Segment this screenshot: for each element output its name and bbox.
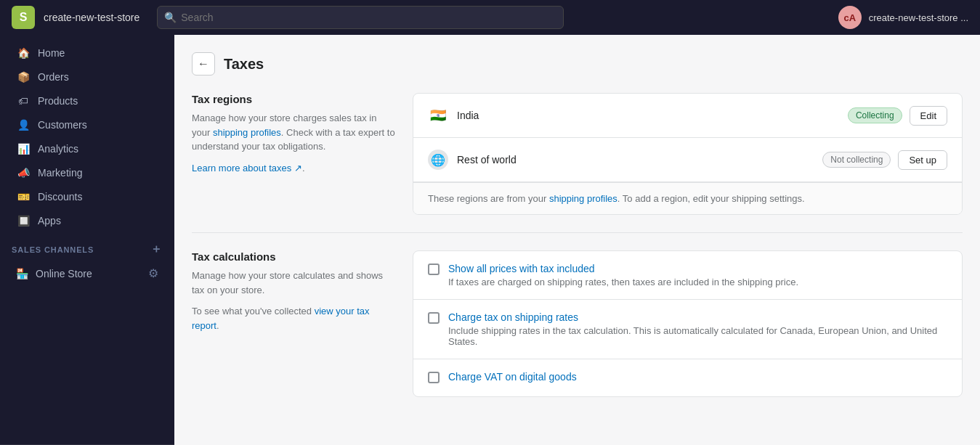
add-sales-channel-icon[interactable]: ＋ — [150, 242, 163, 257]
show-prices-label: Show all prices with tax included — [448, 263, 798, 274]
tax-regions-desc: Manage how your store charges sales tax … — [192, 111, 395, 154]
rest-of-world-status-badge: Not collecting — [822, 152, 891, 168]
search-input[interactable] — [157, 6, 564, 29]
sidebar-item-apps[interactable]: 🔲 Apps — [4, 209, 170, 232]
india-name: India — [457, 110, 848, 121]
rest-of-world-setup-button[interactable]: Set up — [898, 150, 947, 170]
tax-region-row-india: 🇮🇳 India Collecting Edit — [413, 94, 962, 138]
tax-calculations-right: Show all prices with tax included If tax… — [413, 250, 963, 397]
sidebar-item-marketing[interactable]: 📣 Marketing — [4, 161, 170, 184]
charge-shipping-checkbox[interactable] — [428, 312, 440, 324]
topbar: S create-new-test-store 🔍 cA create-new-… — [0, 0, 980, 35]
sidebar: 🏠 Home 📦 Orders 🏷 Products 👤 Customers 📊… — [0, 35, 174, 445]
sidebar-item-analytics[interactable]: 📊 Analytics — [4, 137, 170, 160]
account-name: create-new-test-store ... — [869, 12, 968, 23]
tax-calculations-card: Show all prices with tax included If tax… — [413, 250, 963, 397]
customers-icon: 👤 — [16, 119, 31, 131]
search-icon: 🔍 — [164, 12, 177, 23]
products-icon: 🏷 — [16, 95, 31, 107]
apps-icon: 🔲 — [16, 215, 31, 226]
analytics-icon: 📊 — [16, 143, 31, 155]
orders-icon: 📦 — [16, 71, 31, 83]
shipping-profiles-link[interactable]: shipping profiles — [213, 127, 281, 138]
shipping-profiles-notice-link[interactable]: shipping profiles — [549, 193, 617, 204]
main-content: ← Taxes Tax regions Manage how your stor… — [174, 35, 980, 445]
section-divider — [192, 232, 963, 233]
charge-vat-checkbox[interactable] — [428, 372, 440, 383]
tax-regions-left: Tax regions Manage how your store charge… — [192, 93, 395, 215]
rest-of-world-icon: 🌐 — [428, 150, 448, 170]
tax-calculations-left: Tax calculations Manage how your store c… — [192, 250, 395, 397]
discounts-icon: 🎫 — [16, 191, 31, 203]
search-bar[interactable]: 🔍 — [157, 6, 564, 29]
online-store-settings-icon[interactable]: ⚙ — [148, 266, 158, 280]
tax-calc-option-charge-shipping: Charge tax on shipping rates Include shi… — [413, 300, 962, 359]
show-prices-checkbox[interactable] — [428, 264, 440, 275]
india-status-badge: Collecting — [848, 107, 902, 123]
charge-shipping-desc: Include shipping rates in the tax calcul… — [448, 325, 947, 347]
tax-calculations-desc: Manage how your store calculates and sho… — [192, 269, 395, 297]
learn-more-taxes-link[interactable]: Learn more about taxes ↗ — [192, 163, 302, 173]
charge-shipping-label: Charge tax on shipping rates — [448, 311, 947, 323]
layout: 🏠 Home 📦 Orders 🏷 Products 👤 Customers 📊… — [0, 35, 980, 445]
page-header: ← Taxes — [192, 52, 963, 75]
sidebar-item-discounts[interactable]: 🎫 Discounts — [4, 185, 170, 208]
tax-regions-notice: These regions are from your shipping pro… — [413, 182, 962, 214]
sidebar-item-online-store[interactable]: 🏪 Online Store ⚙ — [4, 261, 170, 286]
online-store-actions: ⚙ — [148, 266, 158, 280]
tax-regions-heading: Tax regions — [192, 93, 395, 105]
shopify-logo: S — [12, 6, 35, 29]
tax-region-row-rest-of-world: 🌐 Rest of world Not collecting Set up — [413, 138, 962, 182]
sidebar-item-products[interactable]: 🏷 Products — [4, 89, 170, 113]
page-title: Taxes — [224, 56, 264, 73]
back-button[interactable]: ← — [192, 52, 215, 75]
india-flag: 🇮🇳 — [428, 105, 448, 126]
store-name: create-new-test-store — [44, 12, 139, 23]
tax-calc-option-show-prices: Show all prices with tax included If tax… — [413, 251, 962, 300]
tax-calculations-desc2: To see what you've collected view your t… — [192, 304, 395, 332]
sidebar-item-orders[interactable]: 📦 Orders — [4, 65, 170, 89]
avatar[interactable]: cA — [838, 6, 862, 29]
tax-regions-card: 🇮🇳 India Collecting Edit 🌐 Rest of world… — [413, 93, 963, 215]
topbar-right: cA create-new-test-store ... — [838, 6, 968, 29]
home-icon: 🏠 — [16, 47, 31, 59]
rest-of-world-name: Rest of world — [457, 154, 822, 166]
tax-calculations-section: Tax calculations Manage how your store c… — [192, 250, 963, 397]
tax-regions-section: Tax regions Manage how your store charge… — [192, 93, 963, 215]
tax-calculations-heading: Tax calculations — [192, 250, 395, 263]
tax-regions-right: 🇮🇳 India Collecting Edit 🌐 Rest of world… — [413, 93, 963, 215]
charge-vat-label: Charge VAT on digital goods — [448, 371, 577, 383]
sidebar-item-home[interactable]: 🏠 Home — [4, 41, 170, 65]
india-edit-button[interactable]: Edit — [910, 106, 947, 126]
marketing-icon: 📣 — [16, 167, 31, 179]
sidebar-item-customers[interactable]: 👤 Customers — [4, 113, 170, 136]
tax-calc-option-charge-vat: Charge VAT on digital goods — [413, 359, 962, 396]
sales-channels-label: SALES CHANNELS ＋ — [0, 233, 174, 260]
show-prices-desc: If taxes are charged on shipping rates, … — [448, 277, 798, 287]
online-store-icon: 🏪 — [16, 268, 28, 279]
